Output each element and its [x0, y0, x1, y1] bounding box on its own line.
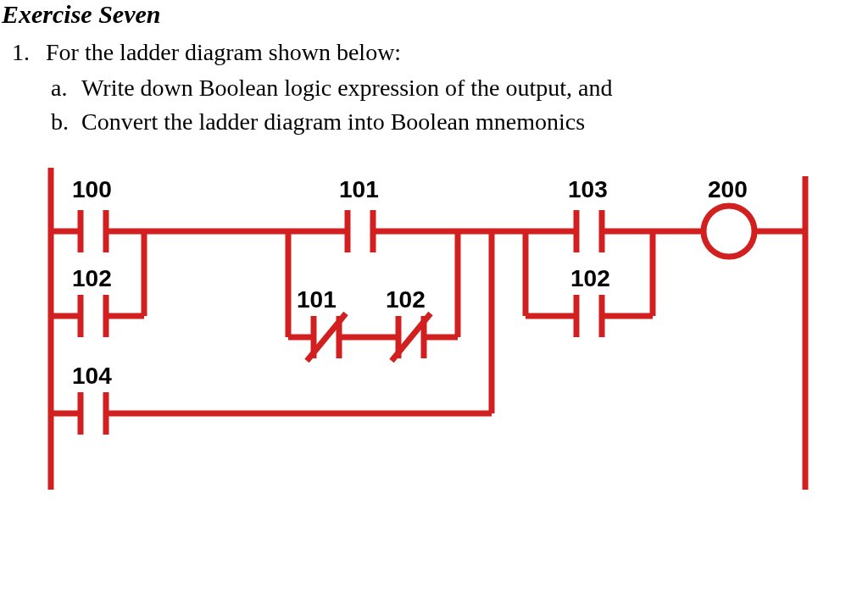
question-1a: a.Write down Boolean logic expression of… — [51, 75, 853, 102]
label-100: 100 — [72, 176, 112, 202]
label-101b: 101 — [297, 286, 337, 313]
question-text: For the ladder diagram shown below: — [46, 39, 401, 65]
question-number: 1. — [12, 39, 46, 66]
part-b-letter: b. — [51, 108, 81, 136]
ladder-diagram: 100 102 104 101 101 102 103 102 200 — [34, 151, 853, 507]
part-b-text: Convert the ladder diagram into Boolean … — [81, 108, 585, 135]
question-1b: b.Convert the ladder diagram into Boolea… — [51, 108, 853, 136]
part-a-letter: a. — [51, 75, 81, 102]
label-104: 104 — [72, 363, 112, 389]
svg-point-17 — [704, 206, 754, 257]
label-102a: 102 — [72, 265, 112, 291]
label-102b: 102 — [386, 286, 426, 313]
part-a-text: Write down Boolean logic expression of t… — [81, 75, 612, 101]
label-103: 103 — [568, 176, 608, 202]
ladder-svg: 100 102 104 101 101 102 103 102 200 — [34, 151, 831, 507]
label-200: 200 — [708, 176, 748, 202]
exercise-title: Exercise Seven — [2, 0, 853, 29]
page: Exercise Seven 1.For the ladder diagram … — [0, 0, 868, 522]
question-1: 1.For the ladder diagram shown below: — [12, 39, 853, 66]
label-101t: 101 — [339, 176, 379, 202]
label-102c: 102 — [570, 265, 610, 291]
